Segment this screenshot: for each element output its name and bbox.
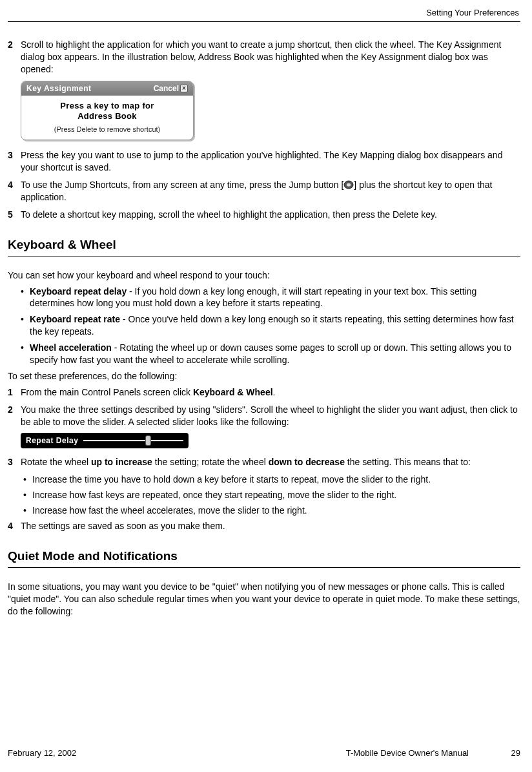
dialog-line2: Address Book	[77, 111, 137, 121]
kw-intro: You can set how your keyboard and wheel …	[8, 269, 520, 282]
step-text: To use the Jump Shortcuts, from any scre…	[18, 179, 520, 203]
sub-b: •Increase how fast keys are repeated, on…	[8, 489, 520, 501]
step-text: You make the three settings described by…	[18, 404, 520, 428]
slider-knob	[145, 435, 151, 446]
step-number: 1	[8, 386, 18, 399]
step-text: Rotate the wheel up to increase the sett…	[18, 456, 520, 468]
quiet-mode-paragraph: In some situations, you may want you dev…	[8, 581, 520, 618]
sub-c: •Increase how fast the wheel accelerates…	[8, 505, 520, 517]
sub-a: •Increase the time you have to hold down…	[8, 474, 520, 486]
bullet-repeat-rate: • Keyboard repeat rate - Once you've hel…	[8, 313, 520, 338]
step-4: 4 To use the Jump Shortcuts, from any sc…	[8, 179, 520, 203]
dialog-line1: Press a key to map for	[60, 101, 154, 110]
dialog-cancel: Cancel ×	[154, 84, 188, 93]
step-text: To delete a shortcut key mapping, scroll…	[18, 209, 520, 221]
step-5: 5 To delete a shortcut key mapping, scro…	[8, 209, 520, 221]
step-number: 2	[8, 39, 18, 76]
step-number: 3	[8, 456, 18, 468]
kw-set-intro: To set these preferences, do the followi…	[8, 370, 520, 382]
running-header: Setting Your Preferences	[8, 6, 520, 22]
step-number: 2	[8, 404, 18, 428]
heading-keyboard-wheel: Keyboard & Wheel	[8, 238, 520, 256]
step-3: 3 Press the key you want to use to jump …	[8, 149, 520, 174]
step-2: 2 Scroll to highlight the application fo…	[8, 39, 520, 76]
close-icon: ×	[180, 85, 188, 92]
page-footer: February 12, 2002 T-Mobile Device Owner'…	[8, 748, 520, 758]
jump-button-icon	[343, 180, 354, 189]
bullet-repeat-delay: • Keyboard repeat delay - If you hold do…	[8, 286, 520, 310]
repeat-delay-slider-illustration: Repeat Delay	[21, 433, 520, 448]
kw-step-4: 4 The settings are saved as soon as you …	[8, 520, 520, 532]
step-text: Press the key you want to use to jump to…	[18, 149, 520, 174]
step-text: Scroll to highlight the application for …	[18, 39, 520, 76]
step-text: From the main Control Panels screen clic…	[18, 386, 520, 399]
step-number: 3	[8, 149, 18, 174]
step-number: 4	[8, 520, 18, 532]
kw-step-2: 2 You make the three settings described …	[8, 404, 520, 428]
heading-quiet-mode: Quiet Mode and Notifications	[8, 549, 520, 568]
key-assignment-dialog-illustration: Key Assignment Cancel × Press a key to m…	[21, 81, 520, 141]
step-number: 5	[8, 209, 18, 221]
cancel-label: Cancel	[154, 84, 179, 93]
kw-step-1: 1 From the main Control Panels screen cl…	[8, 386, 520, 399]
dialog-title: Key Assignment	[26, 84, 154, 93]
slider-label: Repeat Delay	[26, 436, 78, 445]
footer-title: T-Mobile Device Owner's Manual	[238, 748, 495, 758]
footer-date: February 12, 2002	[8, 748, 238, 758]
step-number: 4	[8, 179, 18, 203]
slider-track	[83, 440, 183, 441]
svg-point-1	[347, 183, 351, 186]
dialog-hint: (Press Delete to remove shortcut)	[30, 125, 184, 133]
kw-step-3: 3 Rotate the wheel up to increase the se…	[8, 456, 520, 468]
step-text: The settings are saved as soon as you ma…	[18, 520, 520, 532]
bullet-wheel-accel: • Wheel acceleration - Rotating the whee…	[8, 342, 520, 366]
footer-page: 29	[495, 748, 520, 758]
